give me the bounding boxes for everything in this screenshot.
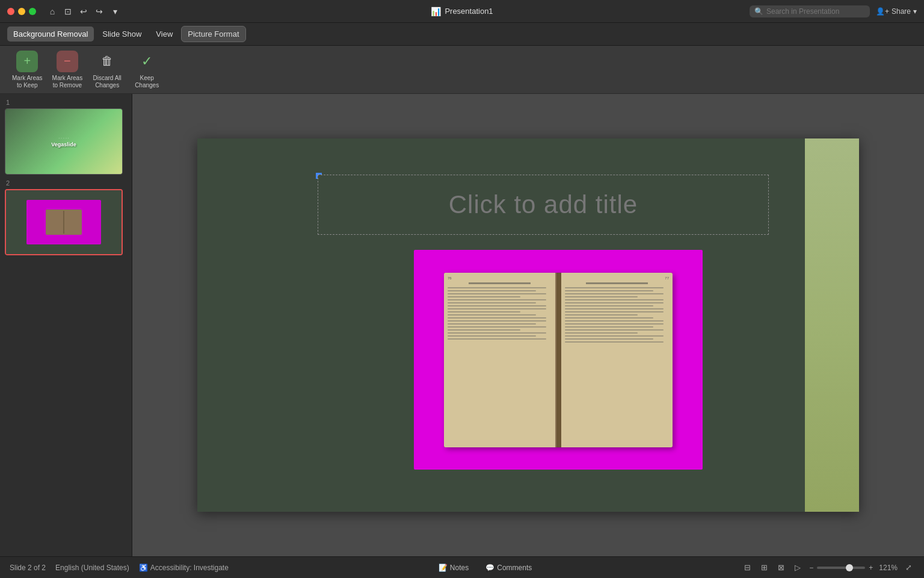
statusbar-center: 📝 Notes 💬 Comments [435, 562, 535, 573]
text-line [565, 320, 664, 322]
discard-all-changes-button[interactable]: 🗑 Discard AllChanges [92, 51, 122, 89]
reading-view-icon[interactable]: ⊠ [775, 562, 786, 573]
comments-label: Comments [497, 564, 532, 572]
book-page-right: 77 [561, 273, 673, 447]
keep-changes-button[interactable]: ✓ KeepChanges [132, 51, 162, 89]
close-button[interactable] [7, 8, 14, 15]
page-num-left: 76 [448, 276, 452, 280]
grid-view-icon[interactable]: ⊟ [742, 562, 753, 573]
text-line [448, 326, 546, 328]
mark-areas-to-keep-button[interactable]: + Mark Areasto Keep [12, 51, 43, 89]
text-line [448, 296, 520, 297]
text-line [565, 293, 664, 294]
more-icon[interactable]: ▾ [109, 6, 120, 17]
slide1-title: Vegaslide [51, 141, 76, 148]
zoom-thumb [846, 564, 853, 571]
text-line [448, 317, 546, 319]
text-line [565, 299, 664, 300]
slide-sorter-icon[interactable]: ⊞ [759, 562, 769, 573]
mark-areas-to-remove-button[interactable]: − Mark Areasto Remove [52, 51, 83, 89]
minus-icon: − [57, 51, 78, 72]
home-icon[interactable]: ⌂ [47, 6, 58, 17]
fullscreen-button[interactable] [29, 8, 36, 15]
text-line [448, 299, 546, 300]
slide1-bg: · · · · · Vegaslide [5, 109, 122, 174]
titlebar-right: 🔍 👤+ Share ▾ [750, 5, 917, 17]
slide-right-panel [805, 138, 859, 512]
title-center: 📊 Presentation1 [431, 7, 493, 16]
book-image: 76 [444, 273, 673, 447]
text-line [448, 311, 520, 312]
main-area: 1 · · · · · Vegaslide 2 [0, 94, 924, 556]
text-line [565, 314, 638, 315]
text-line [565, 296, 638, 297]
statusbar-left: Slide 2 of 2 English (United States) ♿ A… [10, 564, 229, 572]
slide-thumb-content-1: · · · · · Vegaslide [5, 108, 123, 175]
minimize-button[interactable] [18, 8, 25, 15]
text-line [448, 323, 536, 325]
text-line [448, 305, 546, 306]
titlebar-left: ⌂ ⊡ ↩ ↪ ▾ [7, 6, 120, 17]
slide-canvas: Click to add title 76 [197, 138, 859, 512]
text-line [448, 320, 546, 322]
search-icon: 🔍 [754, 7, 763, 16]
chevron-down-icon: ▾ [913, 7, 917, 16]
menu-background-removal[interactable]: Background Removal [7, 26, 94, 42]
text-line [565, 308, 664, 309]
notes-button[interactable]: 📝 Notes [435, 562, 472, 573]
slide-thumbnail-2[interactable]: 2 [5, 179, 127, 255]
discard-label: Discard AllChanges [93, 75, 122, 89]
zoom-out-icon[interactable]: − [809, 564, 813, 572]
corner-marker-icon [316, 173, 322, 179]
slide-panel: 1 · · · · · Vegaslide 2 [0, 94, 132, 556]
presentation-title: Presentation1 [445, 7, 493, 16]
language-indicator: English (United States) [55, 564, 129, 572]
search-box[interactable]: 🔍 [750, 5, 870, 17]
book-spine [556, 273, 561, 447]
comments-button[interactable]: 💬 Comments [482, 562, 535, 573]
presenter-view-icon[interactable]: ▷ [792, 562, 803, 573]
text-line [565, 290, 653, 291]
presentation-icon: 📊 [431, 7, 441, 16]
checkmark-icon: ✓ [136, 51, 158, 72]
zoom-in-icon[interactable]: + [869, 564, 873, 572]
slide2-bg [6, 190, 122, 254]
title-textbox[interactable]: Click to add title [318, 175, 769, 235]
notes-icon: 📝 [439, 564, 448, 572]
slide-number-1: 1 [5, 99, 127, 106]
menu-view[interactable]: View [150, 26, 179, 42]
text-line [565, 302, 664, 303]
redo-icon[interactable]: ↪ [94, 6, 105, 17]
statusbar-right: ⊟ ⊞ ⊠ ▷ − + 121% ⤢ [742, 562, 914, 573]
text-line [565, 317, 653, 319]
save-icon[interactable]: ⊡ [63, 6, 73, 17]
canvas-area[interactable]: Click to add title 76 [132, 94, 924, 556]
menu-picture-format[interactable]: Picture Format [181, 26, 245, 42]
slide2-book-icon [46, 210, 82, 235]
fit-to-window-icon[interactable]: ⤢ [904, 562, 914, 573]
menu-slide-show[interactable]: Slide Show [96, 26, 147, 42]
share-label: Share [892, 7, 911, 16]
text-line [448, 302, 536, 303]
text-line [448, 338, 546, 340]
slide-thumb-content-2 [5, 189, 123, 255]
text-line [448, 314, 536, 315]
search-input[interactable] [766, 7, 857, 16]
slide-thumbnail-1[interactable]: 1 · · · · · Vegaslide [5, 99, 127, 175]
text-line [565, 287, 664, 288]
slide2-book-wrapper [26, 200, 102, 244]
text-line [565, 332, 638, 334]
notes-label: Notes [450, 564, 469, 572]
accessibility-icon: ♿ [139, 564, 148, 572]
book-container[interactable]: 76 [414, 250, 703, 470]
accessibility-indicator[interactable]: ♿ Accessibility: Investigate [139, 564, 229, 572]
slide-number-2: 2 [5, 179, 127, 187]
undo-icon[interactable]: ↩ [78, 6, 89, 17]
zoom-track[interactable] [817, 567, 865, 569]
share-button[interactable]: 👤+ Share ▾ [876, 7, 917, 16]
text-line [565, 311, 664, 312]
titlebar-icons: ⌂ ⊡ ↩ ↪ ▾ [47, 6, 120, 17]
zoom-slider[interactable]: − + [809, 564, 873, 572]
mark-keep-label: Mark Areasto Keep [12, 75, 43, 89]
plus-icon: + [16, 51, 38, 72]
